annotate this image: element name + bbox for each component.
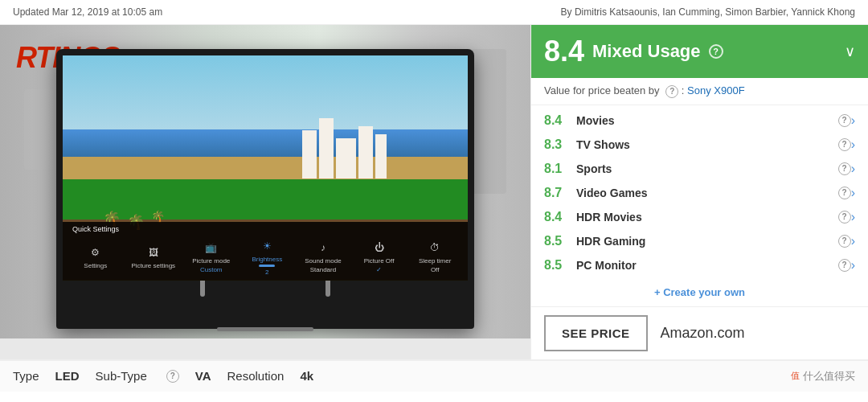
- score-name: PC Monitor: [576, 259, 835, 272]
- quick-settings-label: Quick Settings: [72, 225, 119, 233]
- specs-row: Type LED Sub-Type ? VA Resolution 4k: [13, 369, 313, 383]
- score-row[interactable]: 8.1 Sports ? ›: [531, 157, 868, 181]
- qs-settings: ⚙ Settings: [76, 244, 116, 269]
- score-help-icon[interactable]: ?: [838, 211, 851, 224]
- main-label: Mixed Usage: [592, 41, 701, 62]
- mixed-usage-header[interactable]: 8.4 Mixed Usage ? ∨: [531, 25, 868, 78]
- score-help-icon[interactable]: ?: [838, 259, 851, 272]
- page-wrapper: Updated Mar 12, 2019 at 10:05 am By Dimi…: [0, 0, 868, 402]
- scores-section: 8.4 Mixed Usage ? ∨ Value for price beat…: [530, 25, 868, 359]
- stand-leg-right: [326, 281, 330, 297]
- main-content: RTINGS.com: [0, 25, 868, 359]
- qs-picture-off-label: Picture Off: [364, 257, 395, 265]
- chevron-right-icon: ›: [851, 186, 855, 200]
- qs-picture-settings: 🖼 Picture settings: [131, 244, 175, 269]
- qs-picture-settings-label: Picture settings: [131, 262, 175, 269]
- score-num: 8.1: [544, 162, 576, 176]
- score-help-icon[interactable]: ?: [838, 138, 851, 151]
- chevron-down-icon[interactable]: ∨: [845, 43, 855, 60]
- subtype-help-icon[interactable]: ?: [166, 370, 179, 383]
- retailer-name: Amazon.com: [661, 325, 745, 342]
- qs-sleep-timer-label: Sleep timer: [419, 257, 451, 265]
- create-own: + Create your own: [531, 281, 868, 306]
- stand-foot: [217, 327, 313, 331]
- meta-bar: Updated Mar 12, 2019 at 10:05 am By Dimi…: [0, 0, 868, 25]
- brightness-icon: ☀: [259, 238, 275, 254]
- settings-icon: ⚙: [88, 244, 104, 260]
- resolution-label: Resolution: [227, 369, 284, 383]
- qs-sound-mode-value: Standard: [310, 266, 336, 273]
- competitor-link[interactable]: Sony X900F: [687, 84, 745, 96]
- picture-off-icon: ⏻: [371, 240, 387, 256]
- score-row[interactable]: 8.5 HDR Gaming ? ›: [531, 229, 868, 253]
- sleep-timer-icon: ⏱: [427, 240, 443, 256]
- score-num: 8.7: [544, 186, 576, 200]
- authors-text: By Dimitris Katsaounis, Ian Cumming, Sim…: [561, 6, 855, 18]
- score-row[interactable]: 8.3 TV Shows ? ›: [531, 133, 868, 157]
- mixed-usage-left: 8.4 Mixed Usage ?: [544, 35, 723, 68]
- building: [336, 138, 356, 178]
- score-help-icon[interactable]: ?: [838, 235, 851, 248]
- qs-sound-mode-label: Sound mode: [305, 257, 341, 265]
- score-row[interactable]: 8.5 PC Monitor ? ›: [531, 253, 868, 277]
- qs-brightness-value: 2: [265, 269, 268, 276]
- chevron-right-icon: ›: [851, 137, 855, 152]
- type-value: LED: [55, 369, 80, 383]
- qs-brightness-label: Brightness: [252, 256, 282, 263]
- value-price-help-icon[interactable]: ?: [665, 85, 678, 98]
- score-help-icon[interactable]: ?: [838, 162, 851, 175]
- mixed-usage-help-icon[interactable]: ?: [709, 44, 723, 59]
- store-background: RTINGS.com: [0, 25, 530, 338]
- score-row[interactable]: 8.7 Video Games ? ›: [531, 181, 868, 205]
- watermark-icon: 值: [791, 370, 800, 382]
- value-for-price-row: Value for price beaten by ? : Sony X900F: [531, 78, 868, 105]
- tv-ui-overlay: Quick Settings ⚙ Settings 🖼: [63, 222, 468, 281]
- building: [358, 126, 373, 178]
- qs-sleep-timer: ⏱ Sleep timer Off: [415, 240, 455, 273]
- watermark: 值 什么值得买: [791, 369, 855, 384]
- score-name: Video Games: [576, 187, 835, 199]
- qs-picture-mode-label: Picture mode: [192, 257, 230, 265]
- score-row[interactable]: 8.4 HDR Movies ? ›: [531, 205, 868, 229]
- brightness-value-bar: [259, 265, 275, 267]
- see-price-button[interactable]: SEE PRICE: [544, 315, 648, 351]
- score-rows: 8.4 Movies ? › 8.3 TV Shows ? › 8.1 Spor…: [531, 105, 868, 281]
- subtype-value: VA: [195, 369, 211, 383]
- tv-outer-bezel: 🌴 🌴 🌴 Quick Settings ⚙: [56, 49, 474, 329]
- score-help-icon[interactable]: ?: [838, 114, 851, 127]
- score-name: TV Shows: [576, 138, 835, 151]
- beach-buildings: [302, 118, 387, 178]
- score-num: 8.4: [544, 113, 576, 128]
- qs-settings-label: Settings: [84, 262, 107, 269]
- score-name: HDR Movies: [576, 211, 835, 224]
- stand-base: [56, 327, 474, 331]
- score-help-icon[interactable]: ?: [838, 187, 851, 199]
- qs-picture-off-value: ✓: [376, 266, 382, 273]
- tv-stand-legs: [63, 281, 468, 297]
- chevron-right-icon: ›: [851, 113, 855, 128]
- score-name: Sports: [576, 162, 835, 175]
- quick-settings-items: ⚙ Settings 🖼 Picture settings: [69, 227, 461, 276]
- chevron-right-icon: ›: [851, 234, 855, 248]
- score-row[interactable]: 8.4 Movies ? ›: [531, 109, 868, 133]
- score-num: 8.5: [544, 234, 576, 248]
- main-score: 8.4: [544, 35, 584, 68]
- score-name: Movies: [576, 114, 835, 127]
- tv-image-section: RTINGS.com: [0, 25, 530, 359]
- bottom-info-bar: Type LED Sub-Type ? VA Resolution 4k 值 什…: [0, 359, 868, 392]
- chevron-right-icon: ›: [851, 162, 855, 176]
- qs-sleep-timer-value: Off: [431, 266, 440, 273]
- create-own-link[interactable]: + Create your own: [654, 286, 745, 298]
- picture-settings-icon: 🖼: [145, 244, 162, 260]
- sound-mode-icon: ♪: [315, 240, 331, 256]
- watermark-text: 什么值得买: [803, 369, 855, 384]
- chevron-right-icon: ›: [851, 258, 855, 273]
- chevron-right-icon: ›: [851, 210, 855, 224]
- qs-sound-mode: ♪ Sound mode Standard: [303, 240, 343, 273]
- value-price-separator: :: [682, 84, 687, 96]
- qs-brightness: ☀ Brightness 2: [247, 238, 287, 276]
- resolution-value: 4k: [300, 369, 313, 383]
- building: [375, 134, 387, 178]
- picture-mode-icon: 📺: [203, 240, 219, 256]
- quick-settings-bar: ⚙ Settings 🖼 Picture settings: [69, 238, 461, 276]
